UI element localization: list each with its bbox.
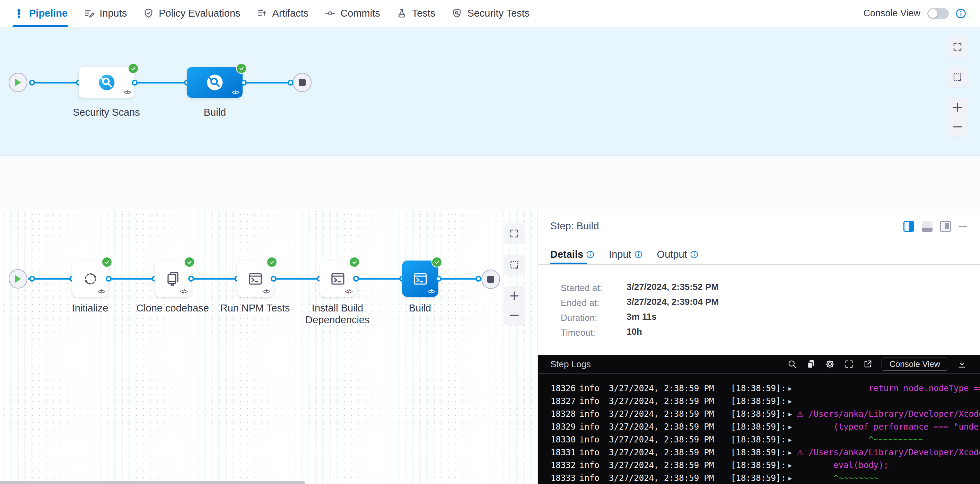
stage-graph-canvas[interactable]: </> </> Security Scans Build	[0, 27, 980, 156]
log-line-number: 18327	[550, 395, 579, 408]
tab-inputs[interactable]: Inputs	[84, 0, 127, 27]
stage-canvas-select-button[interactable]	[947, 67, 968, 87]
step-card-initialize[interactable]: </>	[72, 260, 108, 297]
expand-caret-icon[interactable]: ▸	[788, 395, 797, 408]
check-icon	[104, 259, 110, 265]
connector-line	[274, 278, 320, 279]
connector-dot	[270, 276, 277, 282]
stage-card-security-scans[interactable]: </>	[79, 67, 134, 98]
layout-split-bottom-icon[interactable]	[922, 221, 932, 232]
detail-label: Timeout:	[561, 327, 595, 338]
layout-split-right-icon[interactable]	[904, 221, 914, 232]
layout-drawer-icon[interactable]	[940, 221, 951, 232]
log-time: [18:38:59]:	[731, 408, 788, 421]
console-view-toggle[interactable]	[928, 8, 949, 19]
download-icon[interactable]	[957, 359, 967, 369]
expand-caret-icon[interactable]: ▸	[788, 472, 797, 484]
step-card-clone-codebase[interactable]: </>	[154, 260, 191, 297]
step-graph-canvas[interactable]: </> </>	[0, 209, 538, 484]
stage-card-build[interactable]: </>	[187, 67, 243, 98]
minus-icon	[951, 121, 963, 133]
tab-details[interactable]: Details	[550, 249, 594, 260]
check-icon	[352, 259, 358, 265]
zoom-out-button[interactable]	[504, 306, 525, 325]
connector-line	[108, 278, 154, 279]
play-icon	[14, 275, 22, 283]
connector-dot	[132, 80, 138, 86]
tab-security-tests[interactable]: Security Tests	[451, 0, 530, 27]
fullscreen-icon	[952, 41, 963, 52]
horizontal-scrollbar[interactable]	[0, 481, 305, 484]
log-time: [18:38:59]:	[731, 433, 788, 446]
success-badge	[102, 257, 112, 267]
console-view-label: Console View	[863, 8, 920, 19]
pipeline-end-node[interactable]	[293, 73, 312, 92]
success-badge	[184, 257, 195, 267]
stage-canvas-fullscreen-button[interactable]	[947, 37, 968, 57]
log-line: 18326 info 3/27/2024, 2:38:59 PM [18:38:…	[538, 382, 980, 395]
connector-line	[356, 278, 402, 279]
log-date: 3/27/2024, 2:38:59 PM	[609, 395, 731, 408]
step-label: Run NPM Tests	[213, 302, 297, 314]
step-start-node[interactable]	[9, 269, 27, 289]
expand-caret-icon[interactable]: ▸	[788, 433, 797, 446]
connector-dot	[353, 276, 359, 282]
log-line-number: 18328	[550, 408, 579, 421]
tab-pipeline[interactable]: Pipeline	[13, 0, 68, 27]
check-icon	[434, 259, 440, 265]
connector-line	[134, 82, 187, 84]
expand-caret-icon[interactable]: ▸	[788, 459, 797, 472]
connector-line	[243, 82, 293, 84]
console-view-button[interactable]: Console View	[881, 357, 948, 371]
check-icon	[239, 65, 245, 72]
log-level: info	[579, 446, 609, 459]
expand-caret-icon[interactable]: ▸	[788, 446, 797, 459]
step-card-run-npm-tests[interactable]: </>	[237, 260, 274, 297]
step-canvas-select-button[interactable]	[504, 255, 525, 275]
log-date: 3/27/2024, 2:38:59 PM	[609, 446, 731, 459]
minimize-panel-icon[interactable]	[959, 226, 967, 227]
open-in-new-icon[interactable]	[863, 359, 873, 369]
log-message: ^~~~~~~~~~~	[808, 433, 980, 446]
inputs-icon	[84, 8, 95, 19]
expand-caret-icon[interactable]: ▸	[788, 408, 797, 421]
zoom-out-button[interactable]	[947, 117, 968, 136]
detail-label: Started at:	[561, 283, 602, 294]
tab-artifacts[interactable]: Artifacts	[256, 0, 309, 27]
connector-dot	[476, 276, 481, 282]
expand-caret-icon[interactable]: ▸	[788, 382, 797, 395]
search-icon[interactable]	[788, 359, 797, 369]
info-icon[interactable]	[956, 8, 966, 19]
stop-icon	[299, 79, 305, 86]
tests-flask-icon	[396, 8, 407, 19]
step-label: Initialize	[49, 302, 132, 314]
warning-icon	[797, 382, 808, 395]
step-canvas-zoom-controls	[504, 286, 525, 325]
tab-policy-evaluations[interactable]: Policy Evaluations	[143, 0, 240, 27]
zoom-in-button[interactable]	[947, 98, 968, 117]
tab-input[interactable]: Input	[609, 249, 643, 260]
step-canvas-fullscreen-button[interactable]	[504, 224, 525, 244]
code-glyph: </>	[180, 288, 188, 295]
connector-dot	[29, 276, 35, 282]
step-logs-title: Step Logs	[550, 359, 591, 370]
zoom-in-button[interactable]	[504, 286, 525, 306]
tab-commits[interactable]: Commits	[325, 0, 380, 27]
settings-gear-icon[interactable]	[825, 359, 835, 369]
tab-tests[interactable]: Tests	[396, 0, 436, 27]
expand-caret-icon[interactable]: ▸	[788, 421, 797, 433]
fullscreen-icon[interactable]	[844, 359, 854, 369]
step-end-node[interactable]	[481, 270, 500, 289]
log-level: info	[579, 459, 609, 472]
step-card-install-build-dependencies[interactable]: </>	[320, 260, 356, 297]
connector-dot	[188, 276, 194, 282]
info-icon	[635, 251, 643, 259]
divider	[538, 264, 980, 265]
connector-dot	[241, 80, 247, 86]
terminal-icon	[247, 271, 264, 287]
step-card-build[interactable]: </>	[402, 260, 438, 297]
pipeline-start-node[interactable]	[9, 73, 27, 92]
copy-icon[interactable]	[806, 359, 816, 369]
log-time: [18:38:59]:	[731, 459, 788, 472]
tab-output[interactable]: Output	[657, 249, 698, 260]
